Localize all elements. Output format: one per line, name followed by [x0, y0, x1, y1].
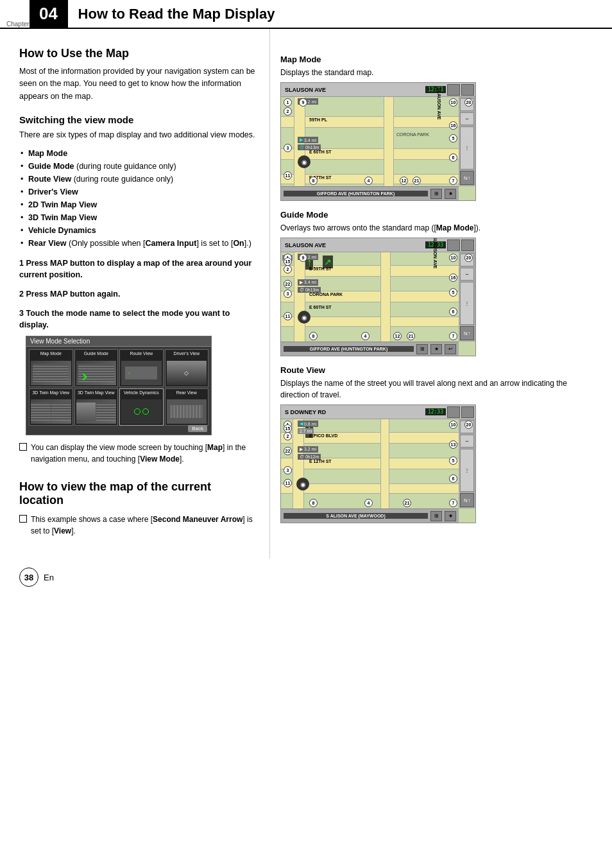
list-item: Map Mode — [19, 147, 257, 160]
section-title-current-location: How to view the map of the current locat… — [19, 480, 257, 507]
list-item: Route View (during route guidance only) — [19, 173, 257, 186]
step-3: 3 Touch the mode name to select the mode… — [19, 308, 257, 331]
guide-mode-title: Guide Mode — [280, 210, 597, 220]
vms-grid: Map Mode Guide Mode Route View — [26, 347, 211, 428]
vms-cell-vehicle-dynamics[interactable]: Vehicle Dynamics — [119, 388, 164, 426]
vms-cell-3d-twin-1[interactable]: 3D Twin Map View — [29, 388, 73, 426]
map-mode-title: Map Mode — [280, 55, 597, 64]
view-mode-list: Map Mode Guide Mode (during route guidan… — [19, 147, 257, 250]
vms-back-button[interactable]: Back — [188, 425, 207, 432]
route-view-body: Displays the name of the street you will… — [280, 378, 597, 401]
page-number: 38 — [19, 568, 38, 587]
note-view-mode: You can display the view mode screen by … — [19, 442, 257, 465]
main-content: How to Use the Map Most of the informati… — [0, 29, 612, 559]
list-item: Rear View (Only possible when [Camera In… — [19, 237, 257, 250]
page-lang: En — [44, 573, 54, 582]
use-map-body: Most of the information provided by your… — [19, 65, 257, 103]
note-text-1: You can display the view mode screen by … — [31, 442, 257, 465]
list-item: Driver's View — [19, 186, 257, 198]
right-column: Map Mode Displays the standard map. SLAU… — [269, 29, 612, 559]
route-view-title: Route View — [280, 365, 597, 375]
chapter-title: How to Read the Map Display — [68, 0, 285, 28]
vms-cell-guide-mode[interactable]: Guide Mode — [74, 349, 119, 387]
guide-mode-screenshot: SLAUSON AVE 12:33 E 59TH ST CORONA PARK … — [280, 238, 476, 356]
vms-cell-3d-twin-2[interactable]: 3D Twin Map View — [74, 388, 119, 426]
vms-cell-route-view[interactable]: Route View → — [119, 349, 164, 387]
map-mode-screenshot: SLAUSON AVE 12:33 59TH PL E 60TH ST — [280, 82, 476, 201]
step-1: 1 Press MAP button to display a map of t… — [19, 257, 257, 281]
vms-cell-drivers-view[interactable]: Driver's View ◇ — [165, 349, 209, 387]
view-mode-screenshot: View Mode Selection Map Mode Guide Mode — [26, 336, 212, 435]
list-item: Guide Mode (during route guidance only) — [19, 160, 257, 173]
list-item: 2D Twin Map View — [19, 198, 257, 211]
section-title-use-map: How to Use the Map — [19, 47, 257, 60]
note-icon — [19, 443, 27, 451]
route-view-screenshot: S DOWNEY RD 12:33 E PICO BLVD E 12TH ST … — [280, 404, 476, 523]
chapter-label: Chapter — [6, 21, 30, 28]
guide-mode-body: Overlays two arrows onto the standard ma… — [280, 222, 597, 234]
view-mode-body: There are six types of map display and t… — [19, 129, 257, 141]
note-text-2: This example shows a case where [Second … — [31, 514, 257, 537]
vms-cell-map-mode[interactable]: Map Mode — [29, 349, 73, 387]
vms-cell-rear-view[interactable]: Rear View — [165, 388, 209, 426]
note-icon-2 — [19, 515, 27, 523]
chapter-header: Chapter 04 How to Read the Map Display — [0, 0, 612, 29]
list-item: Vehicle Dynamics — [19, 224, 257, 237]
step-2: 2 Press MAP button again. — [19, 288, 257, 300]
page-footer: 38 En — [0, 559, 612, 592]
map-mode-body: Displays the standard map. — [280, 67, 597, 78]
left-column: How to Use the Map Most of the informati… — [0, 29, 269, 559]
subsection-title-view-mode: Switching the view mode — [19, 114, 257, 125]
list-item: 3D Twin Map View — [19, 211, 257, 224]
note-second-maneuver: This example shows a case where [Second … — [19, 514, 257, 537]
chapter-number: 04 — [30, 0, 68, 28]
vms-title-bar: View Mode Selection — [26, 336, 211, 347]
